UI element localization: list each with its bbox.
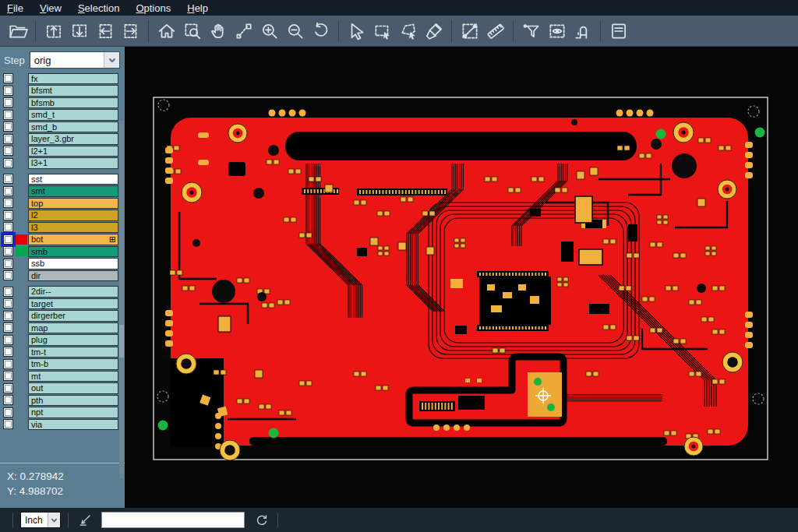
- layer-visibility-checkbox[interactable]: [3, 407, 13, 417]
- zoom-in-icon[interactable]: [256, 19, 282, 44]
- zoom-window-icon[interactable]: [179, 19, 205, 44]
- layer-visibility-checkbox[interactable]: [3, 270, 13, 280]
- layer-label-layer-3-gbr[interactable]: layer_3.gbr: [28, 133, 118, 145]
- pan-down-icon[interactable]: [66, 19, 92, 44]
- layer-color-swatch[interactable]: [16, 371, 27, 381]
- layer-visibility-checkbox[interactable]: [3, 158, 13, 168]
- layer-color-swatch[interactable]: [16, 97, 27, 107]
- zoom-home-icon[interactable]: [154, 19, 179, 44]
- layer-label-l3-1[interactable]: l3+1: [28, 157, 118, 169]
- pan-right-icon[interactable]: [118, 19, 143, 44]
- layer-visibility-checkbox[interactable]: [3, 186, 13, 196]
- layer-color-swatch[interactable]: [16, 270, 27, 280]
- layer-label-dir[interactable]: dir: [28, 270, 118, 282]
- sync-refresh-icon[interactable]: [252, 511, 270, 530]
- layer-color-swatch[interactable]: [16, 174, 27, 184]
- measure-distance-icon[interactable]: [457, 19, 482, 44]
- layer-label-mt[interactable]: mt: [28, 371, 118, 382]
- layer-color-swatch[interactable]: [16, 134, 27, 144]
- menu-view[interactable]: View: [40, 2, 62, 14]
- layer-color-swatch[interactable]: [16, 198, 27, 208]
- select-rectangle-icon[interactable]: [369, 19, 395, 44]
- zoom-previous-icon[interactable]: [308, 19, 334, 44]
- layer-visibility-checkbox[interactable]: [3, 383, 13, 393]
- layer-visibility-checkbox[interactable]: [3, 134, 13, 144]
- layer-label-smb[interactable]: smb: [28, 246, 118, 258]
- layer-color-swatch[interactable]: [16, 122, 27, 132]
- menu-file[interactable]: File: [7, 2, 23, 14]
- command-input[interactable]: [101, 512, 245, 528]
- layer-label-bfsmt[interactable]: bfsmt: [28, 85, 118, 97]
- layer-label-pth[interactable]: pth: [28, 395, 118, 407]
- step-select[interactable]: orig: [30, 51, 120, 69]
- pan-left-icon[interactable]: [92, 19, 118, 44]
- layer-label-smd-t[interactable]: smd_t: [28, 109, 118, 121]
- layer-visibility-checkbox[interactable]: [3, 146, 13, 156]
- layer-color-swatch[interactable]: [16, 383, 27, 393]
- layer-color-swatch[interactable]: [16, 158, 27, 168]
- layer-color-swatch[interactable]: [16, 210, 27, 220]
- layer-visibility-checkbox[interactable]: [3, 322, 13, 333]
- layer-label-ssb[interactable]: ssb: [28, 258, 118, 270]
- layer-visibility-checkbox[interactable]: [3, 419, 13, 429]
- layer-label-sst[interactable]: sst: [28, 174, 118, 185]
- pcb-canvas[interactable]: [125, 47, 798, 508]
- layer-color-swatch[interactable]: [16, 234, 27, 245]
- layer-color-swatch[interactable]: [16, 259, 27, 269]
- layer-visibility-checkbox[interactable]: [3, 234, 13, 245]
- layer-list-scrollbar[interactable]: [119, 121, 124, 478]
- scrollbar-thumb[interactable]: [119, 325, 124, 358]
- layer-color-swatch[interactable]: [16, 298, 27, 308]
- menu-help[interactable]: Help: [187, 2, 208, 14]
- layer-label-l3[interactable]: l3: [28, 222, 118, 234]
- layer-color-swatch[interactable]: [16, 347, 27, 357]
- layer-color-swatch[interactable]: [16, 146, 27, 156]
- layer-visibility-checkbox[interactable]: [3, 311, 13, 321]
- layer-label-via[interactable]: via: [28, 419, 118, 431]
- layer-color-swatch[interactable]: [16, 222, 27, 232]
- layer-color-swatch[interactable]: [16, 407, 27, 417]
- log-panel-icon[interactable]: [606, 19, 631, 44]
- layer-label-l2-1[interactable]: l2+1: [28, 146, 118, 157]
- angle-measure-icon[interactable]: [76, 511, 94, 530]
- layer-visibility-checkbox[interactable]: [3, 347, 13, 357]
- layer-color-swatch[interactable]: [16, 287, 27, 297]
- clear-highlight-brush-icon[interactable]: [421, 19, 447, 44]
- filter-icon[interactable]: [518, 19, 544, 44]
- view-visibility-icon[interactable]: [544, 19, 570, 44]
- layer-visibility-checkbox[interactable]: [3, 222, 13, 232]
- layer-label-tm-t[interactable]: tm-t: [28, 347, 118, 358]
- layer-label-target[interactable]: target: [28, 298, 118, 310]
- layer-visibility-checkbox[interactable]: [3, 110, 13, 120]
- layer-color-swatch[interactable]: [16, 359, 27, 369]
- layer-label-top[interactable]: top: [28, 198, 118, 210]
- open-file-icon[interactable]: [5, 19, 30, 44]
- menu-options[interactable]: Options: [136, 2, 171, 14]
- layer-label-tm-b[interactable]: tm-b: [28, 358, 118, 370]
- layer-label-2dir-[interactable]: 2dir--: [28, 286, 118, 298]
- layer-visibility-checkbox[interactable]: [3, 210, 13, 220]
- layer-label-fx[interactable]: fx: [28, 73, 118, 85]
- snap-magnet-icon[interactable]: [570, 19, 595, 44]
- layer-color-swatch[interactable]: [16, 419, 27, 429]
- layer-visibility-checkbox[interactable]: [3, 259, 13, 269]
- select-polygon-icon[interactable]: [395, 19, 421, 44]
- layer-label-dirgerber[interactable]: dirgerber: [28, 310, 118, 322]
- measure-ruler-icon[interactable]: [482, 19, 508, 44]
- layer-visibility-checkbox[interactable]: [3, 335, 13, 345]
- menu-selection[interactable]: Selection: [78, 2, 119, 14]
- layer-visibility-checkbox[interactable]: [3, 198, 13, 208]
- layer-color-swatch[interactable]: [16, 186, 27, 196]
- layer-color-swatch[interactable]: [16, 311, 27, 321]
- layer-label-out[interactable]: out: [28, 382, 118, 394]
- layer-color-swatch[interactable]: [16, 110, 27, 120]
- layer-label-l2[interactable]: l2: [28, 210, 118, 221]
- layer-color-swatch[interactable]: [16, 395, 27, 405]
- layer-visibility-checkbox[interactable]: [3, 122, 13, 132]
- pan-hand-icon[interactable]: [205, 19, 231, 44]
- layer-label-npt[interactable]: npt: [28, 407, 118, 418]
- layer-color-swatch[interactable]: [16, 322, 27, 333]
- pan-up-icon[interactable]: [41, 19, 66, 44]
- select-pointer-icon[interactable]: [344, 19, 369, 44]
- layer-color-swatch[interactable]: [16, 73, 27, 83]
